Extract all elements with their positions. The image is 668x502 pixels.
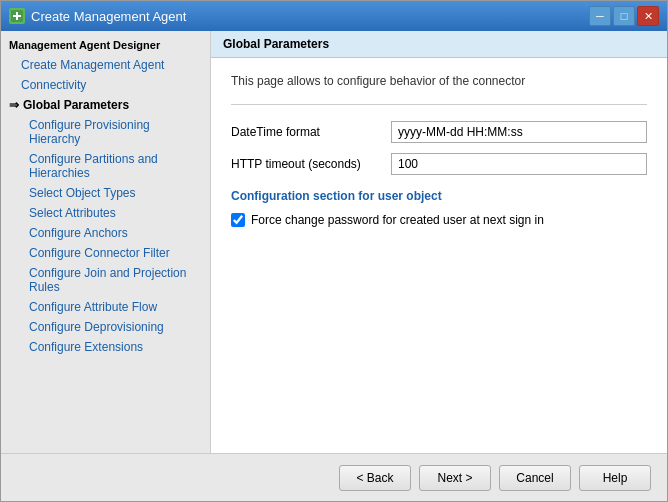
http-timeout-input[interactable] [391,153,647,175]
sidebar-item-configure-partitions[interactable]: Configure Partitions and Hierarchies [1,149,210,183]
sidebar-item-label: Connectivity [21,78,86,92]
datetime-input[interactable] [391,121,647,143]
next-button[interactable]: Next > [419,465,491,491]
separator [231,104,647,105]
sidebar-item-configure-attribute-flow[interactable]: Configure Attribute Flow [1,297,210,317]
sidebar-item-select-attributes[interactable]: Select Attributes [1,203,210,223]
sidebar-item-select-object-types[interactable]: Select Object Types [1,183,210,203]
main-panel: Global Parameters This page allows to co… [211,31,667,453]
sidebar-item-create-management-agent[interactable]: Create Management Agent [1,55,210,75]
app-icon [9,8,25,24]
force-change-checkbox[interactable] [231,213,245,227]
title-bar: Create Management Agent ─ □ ✕ [1,1,667,31]
window-controls: ─ □ ✕ [589,6,659,26]
sidebar-header: Management Agent Designer [1,35,210,55]
sidebar-item-label: Configure Anchors [29,226,128,240]
svg-rect-2 [16,12,18,20]
cancel-button[interactable]: Cancel [499,465,571,491]
title-bar-left: Create Management Agent [9,8,186,24]
sidebar-item-label: Configure Provisioning Hierarchy [29,118,202,146]
main-window: Create Management Agent ─ □ ✕ Management… [0,0,668,502]
sidebar-item-label: Configure Partitions and Hierarchies [29,152,202,180]
datetime-row: DateTime format [231,121,647,143]
sidebar-item-label: Select Attributes [29,206,116,220]
sidebar-item-configure-join[interactable]: Configure Join and Projection Rules [1,263,210,297]
sidebar-item-label: Configure Attribute Flow [29,300,157,314]
sidebar-item-label: Configure Join and Projection Rules [29,266,202,294]
sidebar-item-label: Configure Deprovisioning [29,320,164,334]
description-text: This page allows to configure behavior o… [231,74,647,88]
http-timeout-row: HTTP timeout (seconds) [231,153,647,175]
arrow-icon: ⇒ [9,98,19,112]
sidebar-item-label: Select Object Types [29,186,136,200]
back-button[interactable]: < Back [339,465,411,491]
maximize-button[interactable]: □ [613,6,635,26]
sidebar-item-configure-provisioning[interactable]: Configure Provisioning Hierarchy [1,115,210,149]
checkbox-row: Force change password for created user a… [231,213,647,227]
sidebar-item-label: Configure Extensions [29,340,143,354]
close-button[interactable]: ✕ [637,6,659,26]
sidebar-item-configure-anchors[interactable]: Configure Anchors [1,223,210,243]
sidebar-item-label: Global Parameters [23,98,129,112]
http-timeout-label: HTTP timeout (seconds) [231,157,391,171]
panel-body: This page allows to configure behavior o… [211,58,667,453]
sidebar-item-label: Create Management Agent [21,58,164,72]
panel-header: Global Parameters [211,31,667,58]
force-change-label: Force change password for created user a… [251,213,544,227]
sidebar-item-label: Configure Connector Filter [29,246,170,260]
minimize-button[interactable]: ─ [589,6,611,26]
window-title: Create Management Agent [31,9,186,24]
main-content: Management Agent Designer Create Managem… [1,31,667,453]
sidebar-item-configure-connector-filter[interactable]: Configure Connector Filter [1,243,210,263]
sidebar-item-configure-extensions[interactable]: Configure Extensions [1,337,210,357]
section-title: Configuration section for user object [231,189,647,203]
datetime-label: DateTime format [231,125,391,139]
sidebar: Management Agent Designer Create Managem… [1,31,211,453]
sidebar-item-connectivity[interactable]: Connectivity [1,75,210,95]
help-button[interactable]: Help [579,465,651,491]
sidebar-item-configure-deprovisioning[interactable]: Configure Deprovisioning [1,317,210,337]
sidebar-item-global-parameters[interactable]: ⇒ Global Parameters [1,95,210,115]
footer: < Back Next > Cancel Help [1,453,667,501]
